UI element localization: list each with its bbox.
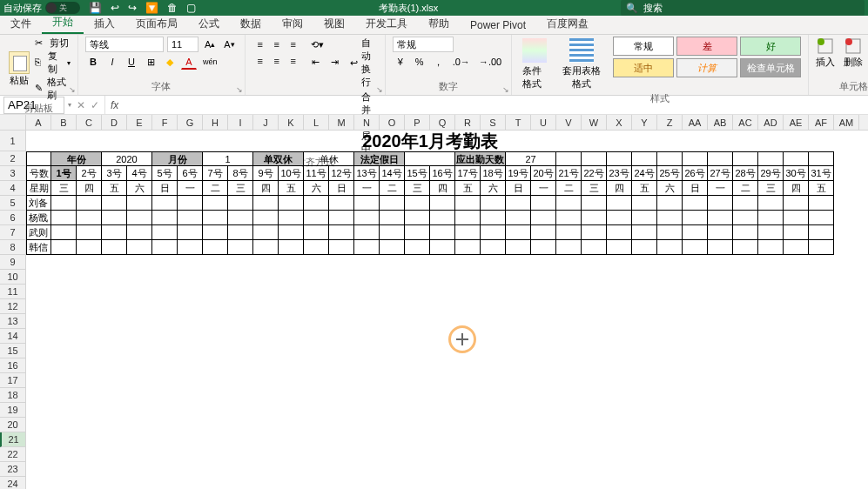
cell[interactable] [809,211,834,225]
cell[interactable] [430,211,455,225]
cell[interactable] [51,196,77,211]
row-header[interactable]: 11 [0,285,25,299]
cell[interactable] [481,196,506,211]
cell[interactable] [51,211,77,225]
cell[interactable] [127,211,152,225]
cell[interactable] [329,196,354,211]
cell[interactable] [657,151,683,166]
touch-icon[interactable]: ▢ [186,2,196,14]
row-header[interactable]: 8 [0,240,25,255]
filter-icon[interactable]: 🔽 [145,2,158,14]
style-neutral[interactable]: 适中 [613,58,674,77]
cell[interactable]: 26号 [683,166,708,181]
font-size-select[interactable] [167,37,198,52]
cell[interactable]: 27号 [708,166,733,181]
format-painter-button[interactable]: ✎格式刷 [35,76,71,102]
cell[interactable] [582,211,607,225]
cell[interactable] [733,225,758,240]
column-header[interactable]: B [51,115,77,130]
cell[interactable] [228,225,253,240]
column-header[interactable]: F [152,115,178,130]
cell[interactable]: 三 [228,181,253,196]
row-header[interactable]: 3 [0,166,25,181]
align-left-button[interactable]: ≡ [252,53,268,69]
tab-review[interactable]: 审阅 [272,14,313,34]
tab-baidu-pan[interactable]: 百度网盘 [536,14,599,34]
cell[interactable]: 21号 [556,166,582,181]
cell[interactable]: 三 [51,181,77,196]
cell[interactable] [784,240,809,255]
row-header[interactable]: 15 [0,344,25,358]
cell[interactable] [152,211,178,225]
cell[interactable]: 12号 [329,166,354,181]
align-middle-button[interactable]: ≡ [269,37,285,52]
cell[interactable]: 三 [582,181,607,196]
cell[interactable] [809,240,834,255]
cell[interactable]: 31号 [809,166,834,181]
fill-color-button[interactable]: ◆ [162,54,178,70]
cell[interactable]: 五 [279,181,304,196]
cell[interactable] [228,240,253,255]
insert-cells-button[interactable]: 插入 [816,37,835,69]
cell[interactable] [531,225,556,240]
cell[interactable] [733,196,758,211]
cell[interactable] [102,211,127,225]
cell[interactable]: 15号 [405,166,430,181]
align-top-button[interactable]: ≡ [252,37,268,52]
row-header[interactable]: 10 [0,270,25,285]
column-header[interactable]: G [178,115,203,130]
spreadsheet-grid[interactable]: ABCDEFGHIJKLMNOPQRSTUVWXYZAAABACADAEAFAM… [0,115,868,489]
cell[interactable] [632,196,657,211]
cell[interactable]: 2号 [77,166,102,181]
cell[interactable] [632,211,657,225]
cell[interactable]: 24号 [632,166,657,181]
cell[interactable] [228,196,253,211]
cell[interactable]: 2020 [102,151,152,166]
row-header[interactable]: 24 [0,477,25,489]
cell[interactable] [582,196,607,211]
cell[interactable] [556,225,582,240]
column-header[interactable]: AE [784,115,809,130]
cell[interactable] [481,240,506,255]
cell[interactable]: 4号 [127,166,152,181]
cell[interactable] [708,225,733,240]
paste-button[interactable]: 粘贴 [7,37,31,102]
cell[interactable] [430,240,455,255]
redo-icon[interactable]: ↪ [128,2,137,14]
cell[interactable]: 法定假日 [354,151,405,166]
cell[interactable] [683,151,708,166]
cell[interactable]: 五 [455,181,481,196]
cell[interactable]: 28号 [733,166,758,181]
undo-icon[interactable]: ↩ [111,2,119,14]
tab-data[interactable]: 数据 [230,14,272,34]
orientation-button[interactable]: ⟲▾ [308,37,326,52]
column-header[interactable]: Q [430,115,455,130]
cell[interactable] [758,211,784,225]
cell[interactable]: 10号 [279,166,304,181]
cell[interactable] [279,196,304,211]
cell[interactable]: 9号 [253,166,279,181]
align-launcher-icon[interactable]: ↘ [376,85,383,94]
search-box[interactable]: 🔍 搜索 [621,0,865,16]
align-right-button[interactable]: ≡ [286,53,301,69]
cell[interactable] [405,211,430,225]
cell[interactable] [582,151,607,166]
cell[interactable] [127,196,152,211]
cell[interactable] [405,240,430,255]
copy-button[interactable]: ⎘复制▾ [35,50,71,76]
cell[interactable] [203,240,228,255]
column-header[interactable]: AF [809,115,834,130]
cell[interactable] [354,196,380,211]
column-header[interactable]: S [481,115,506,130]
row-header[interactable]: 4 [0,181,25,196]
row-header[interactable]: 16 [0,358,25,373]
row-header[interactable]: 5 [0,196,25,211]
tab-file[interactable]: 文件 [0,14,42,34]
cell[interactable] [152,196,178,211]
cell[interactable] [380,211,405,225]
row-header[interactable]: 14 [0,329,25,344]
phonetic-button[interactable]: wén [200,54,220,70]
conditional-format-button[interactable]: 条件格式 [519,37,550,92]
cell[interactable] [657,211,683,225]
cell[interactable]: 23号 [607,166,632,181]
